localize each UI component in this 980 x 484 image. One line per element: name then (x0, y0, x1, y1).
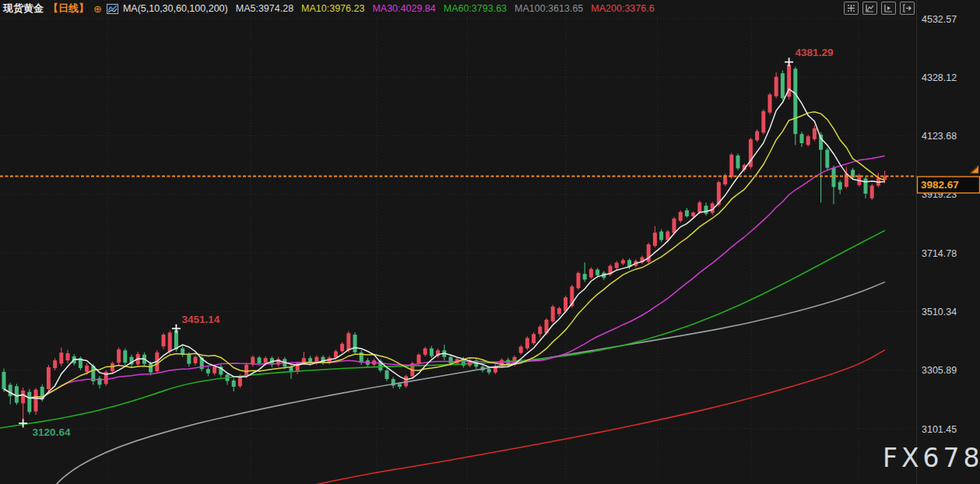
pop-out-icon[interactable] (900, 2, 915, 15)
svg-text:3305.89: 3305.89 (922, 365, 957, 376)
ma200-value: MA200:3376.6 (591, 3, 654, 14)
svg-text:3120.64: 3120.64 (33, 426, 71, 438)
svg-text:3714.78: 3714.78 (922, 248, 957, 259)
last-price-tag: 3982.67 (918, 177, 980, 193)
svg-text:3451.14: 3451.14 (181, 314, 220, 325)
chart-toolbar (844, 2, 915, 15)
ma30-value: MA30:4029.84 (372, 3, 435, 14)
playback-icon[interactable] (881, 2, 896, 15)
ma60-value: MA60:3793.63 (444, 3, 507, 14)
auto-scale-icon[interactable] (862, 2, 877, 15)
symbol-title: 现货黄金 (3, 2, 44, 16)
svg-text:3101.45: 3101.45 (922, 424, 957, 435)
ma-settings-label[interactable]: MA(5,10,30,60,100,200) (123, 3, 228, 14)
candlestick-chart[interactable]: 4532.574328.124123.683919.233714.783510.… (0, 0, 980, 484)
ma10-value: MA10:3976.23 (301, 3, 364, 14)
move-icon[interactable] (844, 2, 859, 15)
ma100-value: MA100:3613.65 (515, 3, 583, 14)
period-selector[interactable]: 【日线】 (48, 2, 89, 16)
chart-background (0, 0, 980, 484)
watermark: FX678 (883, 443, 980, 473)
svg-text:4123.68: 4123.68 (922, 131, 957, 142)
svg-text:4328.12: 4328.12 (922, 72, 957, 83)
svg-text:3510.34: 3510.34 (922, 307, 957, 317)
circle-plus-icon[interactable]: ⊕ (93, 4, 102, 14)
chart-window: 4532.574328.124123.683919.233714.783510.… (0, 0, 980, 484)
svg-text:3982.67: 3982.67 (921, 179, 959, 191)
svg-text:4381.29: 4381.29 (796, 47, 834, 58)
chart-header: 现货黄金 【日线】 ⊕ MA(5,10,30,60,100,200) MA5:3… (0, 0, 980, 17)
indicator-chart-icon[interactable] (107, 4, 118, 14)
ma5-value: MA5:3974.28 (236, 3, 293, 14)
